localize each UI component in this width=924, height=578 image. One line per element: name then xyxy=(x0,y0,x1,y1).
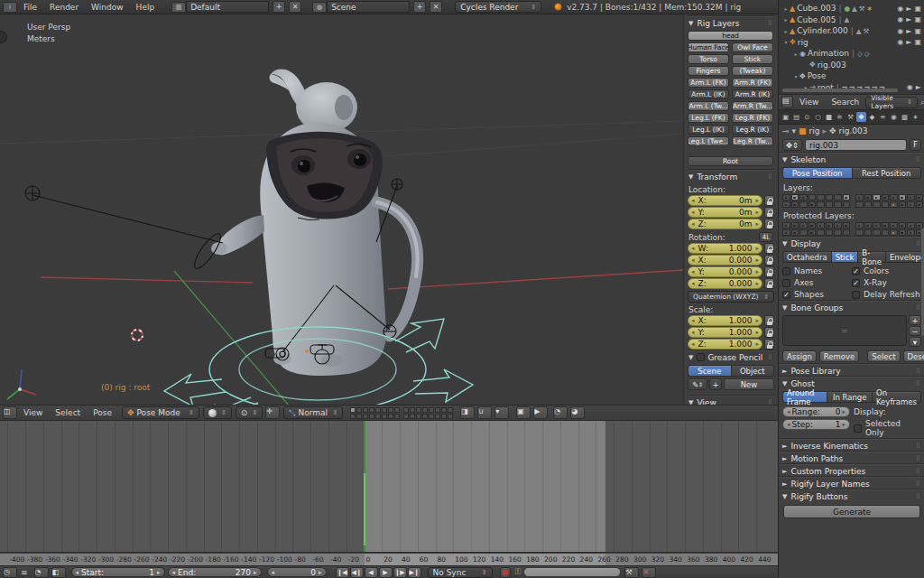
delete-keyframe-button[interactable]: ✕ xyxy=(642,567,656,578)
rig-layer-leg-r-fk[interactable]: Leg.R (FK) xyxy=(732,113,773,123)
inc-arrow[interactable]: ▸ xyxy=(755,317,759,324)
layer-cell[interactable] xyxy=(799,194,808,200)
rig-layer-owl-face[interactable]: Owl Face xyxy=(732,42,773,52)
assign-button[interactable]: Assign xyxy=(782,350,817,362)
viewport-layer-cell[interactable] xyxy=(375,407,381,413)
scale-field-y[interactable]: ◂Y:1.000▸ xyxy=(688,327,762,338)
layer-cell[interactable] xyxy=(890,229,898,236)
rig-layer-torso[interactable]: Torso xyxy=(688,54,729,64)
end-frame-field[interactable]: ◂End: 270▸ xyxy=(168,567,262,577)
rotation-field-z[interactable]: ◂Z:0.000▸ xyxy=(688,278,762,289)
editor-type-outliner-icon[interactable]: ▤ xyxy=(781,96,793,108)
action-icon[interactable]: ◇ xyxy=(857,50,863,58)
eye-toggle-icon[interactable]: ◉ xyxy=(897,5,903,13)
viewport-layer-cell[interactable] xyxy=(356,414,362,419)
rigify-buttons-panel-header[interactable]: ▼Rigify Buttons⠿ xyxy=(779,489,924,502)
layer-cell[interactable] xyxy=(791,201,799,208)
mesh-data-icon[interactable]: ▲ xyxy=(844,15,849,23)
layer-cell[interactable] xyxy=(782,194,790,200)
layer-cell[interactable] xyxy=(907,201,915,208)
dec-arrow[interactable]: ◂ xyxy=(691,268,695,275)
rig-layers-panel-header[interactable]: ▼Rig Layers⠿ xyxy=(688,16,774,29)
lock-icon[interactable] xyxy=(764,207,774,218)
dec-arrow[interactable]: ◂ xyxy=(691,220,695,228)
rig-layer-leg-l-ik[interactable]: Leg.L (IK) xyxy=(688,125,729,135)
snap-element-dropdown[interactable]: ▾ xyxy=(494,406,509,419)
cursor-toggle-icon[interactable]: ► xyxy=(916,83,921,91)
rotation-mode-dropdown[interactable]: Quaternion (WXYZ)⇕ xyxy=(688,291,774,303)
layer-cell[interactable] xyxy=(782,201,790,208)
manipulator-toggle[interactable]: ✛ xyxy=(265,406,280,419)
viewport-layer-cell[interactable] xyxy=(394,407,400,413)
armature-layers-grid[interactable] xyxy=(779,193,924,209)
breadcrumb-data[interactable]: rig.003 xyxy=(839,126,868,135)
lock-icon[interactable] xyxy=(764,339,774,350)
rotation-4l-toggle[interactable]: 4L xyxy=(759,232,773,242)
wrench-icon[interactable]: ⚒ xyxy=(863,27,869,35)
rig-layer-tweak[interactable]: (Tweak) xyxy=(732,66,773,76)
display-mode-stick[interactable]: Stick xyxy=(831,251,858,263)
viewport-layer-cell[interactable] xyxy=(422,407,428,413)
tab-texture[interactable]: ▩ xyxy=(900,112,910,122)
viewport-layer-cell[interactable] xyxy=(429,407,434,413)
expand-icon[interactable]: ▾ xyxy=(792,73,799,79)
lock-icon[interactable] xyxy=(764,327,774,338)
transform-orientation-dropdown[interactable]: ⤡ Normal⇕ xyxy=(283,406,343,419)
current-frame-field[interactable]: ◂ 0▸ xyxy=(267,567,327,577)
panel-header-inverse-kinematics[interactable]: ►Inverse Kinematics⠿ xyxy=(779,439,924,452)
bone-groups-panel-header[interactable]: ▼Bone Groups⠿ xyxy=(779,301,924,313)
layer-cell[interactable] xyxy=(873,194,881,200)
viewport-layer-cell[interactable] xyxy=(369,414,374,419)
layer-cell[interactable] xyxy=(899,201,907,208)
display-mode-envelope[interactable]: Envelope xyxy=(885,251,924,263)
scene-icon[interactable]: ◍ xyxy=(312,2,327,13)
fake-user-button[interactable]: F xyxy=(910,139,921,151)
gp-tab-scene[interactable]: Scene xyxy=(688,365,731,377)
viewport-layer-cell[interactable] xyxy=(356,407,362,413)
start-frame-field[interactable]: ◂Start: 1▸ xyxy=(71,567,165,577)
layer-cell[interactable] xyxy=(826,222,834,228)
outliner-row-cube-005[interactable]: ▸▲Cube.005|▲◉►▣ xyxy=(779,14,924,26)
remove-bone-group-button[interactable]: − xyxy=(909,326,921,336)
lock-icon[interactable] xyxy=(764,255,774,266)
tab-bone[interactable]: ◆ xyxy=(867,112,877,122)
playback-range-icon[interactable]: ◔ xyxy=(34,567,49,578)
viewport-menu-pose[interactable]: Pose xyxy=(87,408,118,417)
layer-cell[interactable] xyxy=(834,194,842,200)
grease-pencil-panel-header[interactable]: ▼ Grease Pencil⠿ xyxy=(688,350,774,363)
pencil-icon[interactable]: ✎⇕ xyxy=(688,378,707,390)
viewport-layer-cell[interactable] xyxy=(388,407,393,413)
lock-time-icon[interactable]: ◧ xyxy=(51,567,66,578)
outliner-row-animation[interactable]: ▸◉Animation|◇◇ xyxy=(779,48,924,60)
viewport-layer-cell[interactable] xyxy=(369,407,374,413)
rig-layer-arm-l-fk[interactable]: Arm.L (FK) xyxy=(688,78,729,88)
camera-toggle-icon[interactable]: ▣ xyxy=(914,15,921,23)
colors-checkbox[interactable] xyxy=(852,267,860,275)
outliner-row-rig-003[interactable]: ✥rig.003 xyxy=(779,60,924,71)
rig-layer-root[interactable]: Root xyxy=(688,156,773,166)
camera-toggle-icon[interactable]: ▣ xyxy=(914,5,921,13)
tab-constraints[interactable]: ≋ xyxy=(835,112,845,122)
tab-render[interactable]: ▣ xyxy=(781,112,790,122)
3d-viewport[interactable]: User Persp Meters (0) rig : root xyxy=(0,14,683,405)
outliner-view-menu[interactable]: View xyxy=(793,98,825,107)
eye-toggle-icon[interactable]: ◉ xyxy=(897,38,903,46)
outliner-row-rig[interactable]: ▾✥rig◉►▣ xyxy=(779,37,924,49)
layer-cell[interactable] xyxy=(791,229,799,236)
scale-field-x[interactable]: ◂X:1.000▸ xyxy=(688,315,762,326)
layer-cell[interactable] xyxy=(882,229,890,236)
rig-layer-head[interactable]: head xyxy=(688,31,773,41)
dec-arrow[interactable]: ◂ xyxy=(691,280,695,287)
layer-cell[interactable] xyxy=(843,222,851,228)
pose-library-panel-header[interactable]: ►Pose Library⠿ xyxy=(779,364,924,377)
layer-cell[interactable] xyxy=(808,194,817,200)
lock-icon[interactable] xyxy=(764,195,774,206)
delete-scene-button[interactable]: ✕ xyxy=(430,1,442,13)
pose-position-button[interactable]: Pose Position xyxy=(782,167,852,179)
panel-header-custom-properties[interactable]: ►Custom Properties⠿ xyxy=(779,464,924,477)
layer-cell[interactable] xyxy=(873,222,881,228)
layer-cell[interactable] xyxy=(864,194,873,200)
layer-cell[interactable] xyxy=(817,201,825,208)
layer-cell[interactable] xyxy=(834,201,842,208)
ghost-range-field[interactable]: ◂Range: 0▸ xyxy=(782,406,850,417)
